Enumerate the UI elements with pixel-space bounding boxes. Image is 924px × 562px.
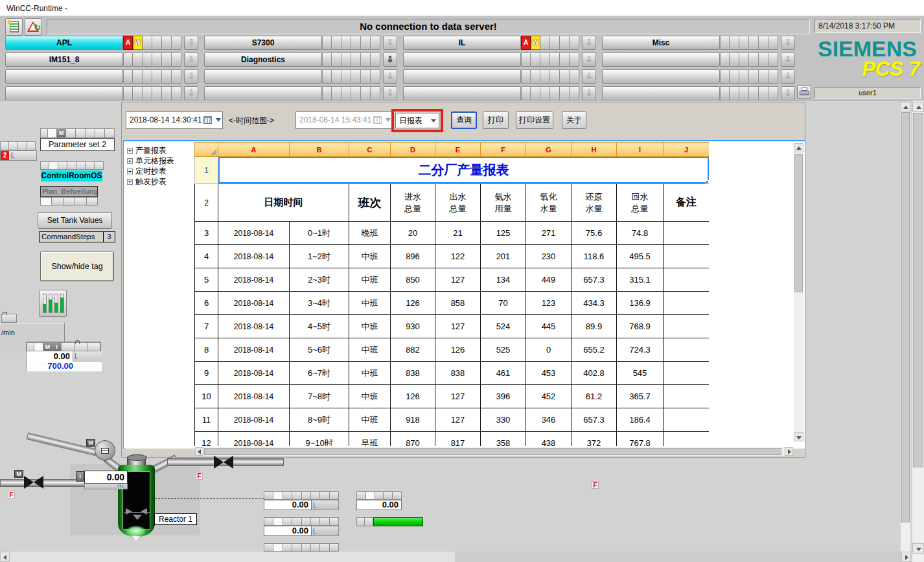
scroll-up-button[interactable] [901,102,910,111]
selection-handle[interactable] [706,180,709,183]
scroll-right-button[interactable] [901,552,911,562]
tag-group-button[interactable] [403,86,521,100]
header-datetime[interactable]: 日期时间 [218,184,349,222]
lock-button[interactable] [1,314,17,323]
internal-mode-button[interactable]: I [52,342,62,351]
plan-befuellung-label[interactable]: Plan_Befuellung [40,186,98,197]
cell-date[interactable]: 2018-08-14 [218,268,290,292]
cell-value[interactable]: 657.3 [572,268,617,292]
sheet-horizontal-scrollbar[interactable] [195,447,793,456]
sheet-vertical-scrollbar[interactable] [794,143,803,441]
header-oxidation[interactable]: 氧化 水量 [526,184,572,222]
scrollbar-thumb[interactable] [794,154,803,292]
tree-expand-icon[interactable] [127,179,133,185]
header-water-in[interactable]: 进水 总量 [391,184,435,222]
level-value[interactable]: 0.00 [264,500,312,510]
cell-note[interactable] [664,362,710,385]
fault-badge[interactable]: F [592,481,599,489]
cell-value[interactable]: 896 [391,245,435,268]
cell-value[interactable]: 365.7 [617,385,664,408]
tag-group-button[interactable] [204,69,322,84]
cell-value[interactable]: 918 [391,408,435,432]
column-header[interactable]: G [526,143,572,157]
tag-group-button[interactable]: Misc [602,36,720,50]
cell-shift[interactable]: 中班 [349,408,391,432]
print-report-button[interactable]: 打印 [483,111,509,129]
cell-value[interactable]: 127 [435,385,481,408]
cell-value[interactable]: 315.1 [617,268,664,292]
cell-value[interactable]: 768.9 [617,315,664,338]
cell-time[interactable]: 9~10时 [290,432,349,447]
cell-time[interactable]: 4~5时 [290,315,349,338]
cell-shift[interactable]: 中班 [349,385,391,408]
column-header[interactable]: A [218,143,290,157]
cell-value[interactable]: 434.3 [572,292,617,315]
cell-time[interactable]: 7~8时 [290,385,349,408]
cell-value[interactable]: 545 [617,362,664,385]
cell-note[interactable] [664,408,710,432]
column-header[interactable]: J [664,143,710,157]
cell-note[interactable] [664,222,710,245]
cell-shift[interactable]: 中班 [349,292,391,315]
cell-value[interactable]: 75.6 [572,222,617,245]
row-header[interactable]: 4 [195,245,218,268]
cell-value[interactable]: 271 [526,222,572,245]
column-header[interactable]: H [572,143,617,157]
cell-shift[interactable]: 中班 [349,245,391,268]
group-dropdown-button[interactable]: ⇩ [184,36,198,50]
scrollbar-thumb[interactable] [204,448,781,455]
manual-mode-button[interactable]: M [43,342,52,351]
cell-value[interactable]: 134 [481,268,526,292]
cell-value[interactable]: 74.8 [617,222,664,245]
faceplate-sliders-button[interactable] [39,290,67,317]
cell-shift[interactable]: 晚班 [349,222,391,245]
cell-value[interactable]: 126 [435,338,481,362]
tag-group-button[interactable]: IM151_8 [5,53,123,67]
outer-vertical-scrollbar[interactable] [912,100,924,562]
cell-value[interactable]: 126 [391,292,435,315]
show-hide-tag-button[interactable]: Show/hide tag [40,252,114,281]
print-button[interactable] [797,85,811,99]
cell-date[interactable]: 2018-08-14 [218,408,290,432]
cell-value[interactable]: 724.3 [617,338,664,362]
cell-shift[interactable]: 早班 [349,432,391,447]
cell-value[interactable]: 201 [481,245,526,268]
cell-value[interactable]: 524 [481,315,526,338]
valve[interactable] [24,476,43,489]
internal-mode-button[interactable]: I [76,471,84,482]
cell-value[interactable]: 655.2 [572,338,617,362]
tag-group-button[interactable] [602,53,720,67]
cell-note[interactable] [664,385,710,408]
tree-expand-icon[interactable] [127,148,133,154]
cell-value[interactable]: 402.8 [572,362,617,385]
cell-time[interactable]: 1~2时 [290,245,349,268]
pump[interactable] [95,440,115,461]
row-header[interactable]: 2 [195,184,218,222]
group-dropdown-button[interactable]: ⇩ [582,53,596,67]
group-dropdown-button[interactable]: ⇩ [582,69,596,84]
cell-value[interactable]: 838 [435,362,481,385]
controlroom-os-label[interactable]: ControlRoomOS [41,170,102,181]
cell-date[interactable]: 2018-08-14 [218,292,290,315]
column-header[interactable]: E [435,143,481,157]
cell-value[interactable]: 123 [526,292,572,315]
cell-shift[interactable]: 中班 [349,338,391,362]
cell-value[interactable]: 0 [526,338,572,362]
group-dropdown-button[interactable]: ⇩ [184,86,198,100]
cell-time[interactable]: 8~9时 [290,408,349,432]
tree-item[interactable]: 触发抄表 [127,176,192,187]
group-dropdown-button[interactable]: ⇩ [184,53,198,67]
cell-value[interactable]: 186.4 [617,408,664,432]
group-dropdown-button[interactable]: ⇩ [383,53,397,67]
tag-group-button[interactable]: S7300 [204,36,322,50]
inner-vertical-scrollbar[interactable] [901,102,910,552]
cell-note[interactable] [664,292,710,315]
cell-value[interactable]: 850 [391,268,435,292]
tag-group-button[interactable] [204,86,322,100]
cell-value[interactable]: 127 [435,315,481,338]
cell-value[interactable]: 858 [435,292,481,315]
cell-value[interactable]: 657.3 [572,408,617,432]
valve[interactable] [214,456,233,469]
cell-value[interactable]: 230 [526,245,572,268]
tank-setpoint-value[interactable]: 700.00 [27,362,102,371]
